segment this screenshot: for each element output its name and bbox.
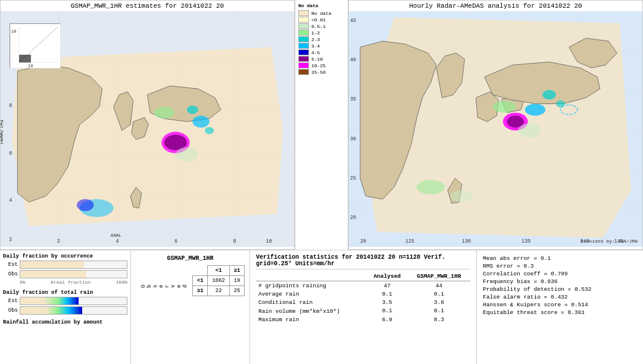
svg-text:45: 45: [350, 18, 356, 24]
est-occurrence-row: Est: [3, 261, 127, 269]
stats-row-label-3: Rain volume (mm*km²x10⁴): [256, 306, 367, 315]
stats-row-label-4: Maximum rain: [256, 315, 367, 324]
svg-text:30: 30: [350, 136, 356, 142]
ct-cell-10: 22: [208, 286, 230, 296]
svg-text:8: 8: [233, 239, 236, 244]
accumulation-chart-title: Rainfall accumulation by amount: [3, 319, 127, 325]
stats-row-label-2: Conditional rain: [256, 298, 367, 306]
stats-row-analysed-2: 3.5: [367, 298, 408, 306]
legend-item-10-25: 10-25: [298, 62, 345, 68]
svg-text:10: 10: [266, 239, 272, 244]
svg-text:35: 35: [350, 96, 356, 102]
table-row: Rain volume (mm*km²x10⁴) 0.1 0.1: [256, 306, 470, 315]
svg-point-19: [77, 199, 93, 211]
table-row: Average rain 0.1 0.1: [256, 290, 470, 298]
occ-axis-label: Areal fraction: [51, 280, 90, 285]
est-occurrence-bar: [20, 261, 127, 269]
charts-panel: Daily fraction by occurrence Est Obs 0%: [0, 250, 131, 364]
legend-panel: No data No data <0.01 0.5-1 1-2 2-3: [295, 0, 348, 250]
legend-item-05-1: 0.5-1: [298, 23, 345, 29]
stats-col-header-label: [256, 272, 367, 281]
svg-point-17: [176, 148, 198, 162]
stats-row-gsmap-0: 44: [408, 281, 470, 290]
legend-title: No data: [298, 3, 345, 8]
svg-text:6: 6: [174, 239, 177, 244]
legend-item-3-4: 3-4: [298, 43, 345, 49]
svg-point-59: [417, 180, 445, 194]
est-label-rain: Est: [3, 298, 18, 304]
main-container: GSMAP_MWR_1HR estimates for 20141022 20 …: [0, 0, 643, 364]
left-map-area: TRMM/TMI: [1, 11, 294, 247]
left-map-y-axis-label: TRMM/TMI: [0, 119, 5, 145]
ct-row-header-0: <1: [193, 276, 208, 286]
svg-text:135: 135: [522, 239, 530, 244]
legend-item-1-2: 1-2: [298, 30, 345, 36]
corr-coeff: Correlation coeff = 0.799: [483, 271, 637, 277]
stats-row-gsmap-1: 0.1: [408, 290, 470, 298]
freq-bias: Frequency bias = 0.936: [483, 278, 637, 285]
ct-cell-00: 1062: [208, 276, 230, 286]
ct-row-header-1: ≥1: [193, 286, 208, 296]
est-rain-row: Est: [3, 297, 127, 305]
svg-text:130: 130: [462, 239, 471, 244]
est-label-occ: Est: [3, 262, 18, 268]
svg-point-60: [451, 190, 473, 202]
svg-text:40: 40: [350, 57, 356, 63]
occ-axis-left: 0%: [20, 280, 26, 285]
stats-row-gsmap-2: 3.6: [408, 298, 470, 306]
contingency-title: GSMAP_MWR_1HR: [136, 255, 245, 262]
svg-text:125: 125: [405, 239, 414, 244]
legend-item-5-10: 5-10: [298, 56, 345, 62]
stats-col-header-gsmap: GSMAP_MWR_1HR: [408, 272, 470, 281]
contingency-table: <1 ≥1 Observed <1 1062 19 ≥1 22 25: [136, 265, 245, 296]
inset-scatter-plot: 10 10: [10, 23, 60, 68]
table-row: # gridpoints raining 47 44: [256, 281, 470, 290]
equitable-threat: Equitable threat score = 0.361: [483, 309, 637, 316]
stats-row-gsmap-3: 0.1: [408, 306, 470, 315]
maps-section: GSMAP_MWR_1HR estimates for 20141022 20 …: [0, 0, 643, 250]
ct-col-header-0: <1: [208, 266, 230, 276]
obs-occurrence-bar: [20, 270, 127, 278]
stats-row-label-0: # gridpoints raining: [256, 281, 367, 290]
prob-detection: Probability of detection = 0.532: [483, 286, 637, 293]
svg-text:2: 2: [57, 239, 60, 244]
svg-text:25: 25: [350, 175, 356, 181]
stats-row-analysed-4: 6.9: [367, 315, 408, 324]
false-alarm-ratio: False alarm ratio = 0.432: [483, 294, 637, 300]
obs-rain-row: Obs: [3, 306, 127, 315]
obs-label-rain: Obs: [3, 307, 18, 313]
stats-row-analysed-3: 0.1: [367, 306, 408, 315]
left-map-panel: GSMAP_MWR_1HR estimates for 20141022 20 …: [0, 0, 295, 250]
svg-point-53: [525, 103, 545, 115]
occurrence-chart-title: Daily fraction by occurrence: [3, 253, 127, 259]
stats-title: Verification statistics for 20141022 20 …: [256, 254, 470, 269]
stats-table: Analysed GSMAP_MWR_1HR # gridpoints rain…: [256, 272, 470, 324]
obs-rain-bar: [20, 306, 127, 315]
ct-cell-01: 19: [230, 276, 245, 286]
right-map-svg: 45 40 35 30 25 20 125 130 135 140 145 20: [349, 11, 642, 247]
obs-occurrence-row: Obs: [3, 270, 127, 278]
svg-text:10: 10: [28, 64, 33, 68]
table-row: Conditional rain 3.5 3.6: [256, 298, 470, 306]
inset-svg: 10 10: [10, 24, 61, 68]
right-map-area: 45 40 35 30 25 20 125 130 135 140 145 20…: [349, 11, 642, 247]
stats-row-gsmap-4: 8.3: [408, 315, 470, 324]
scalar-stats-panel: Mean abs error = 0.1 RMS error = 0.3 Cor…: [476, 250, 643, 364]
ct-cell-11: 25: [230, 286, 245, 296]
bottom-section: Daily fraction by occurrence Est Obs 0%: [0, 250, 643, 364]
est-rain-bar: [20, 297, 127, 305]
svg-text:20: 20: [350, 215, 356, 221]
svg-text:10: 10: [11, 29, 16, 34]
rain-chart: Est Obs: [3, 297, 127, 315]
svg-point-54: [542, 90, 556, 99]
stats-row-analysed-0: 47: [367, 281, 408, 290]
occ-axis-right: 100%: [116, 280, 127, 285]
svg-text:2: 2: [9, 237, 12, 243]
stats-col-header-analysed: Analysed: [367, 272, 408, 281]
legend-item-nodata: No data: [298, 10, 345, 16]
stats-row-label-1: Average rain: [256, 290, 367, 298]
svg-text:8: 8: [9, 103, 12, 109]
obs-label-occ: Obs: [3, 271, 18, 277]
svg-point-57: [518, 123, 541, 137]
right-map-panel: Hourly Radar-AMeDAS analysis for 2014102…: [348, 0, 643, 250]
